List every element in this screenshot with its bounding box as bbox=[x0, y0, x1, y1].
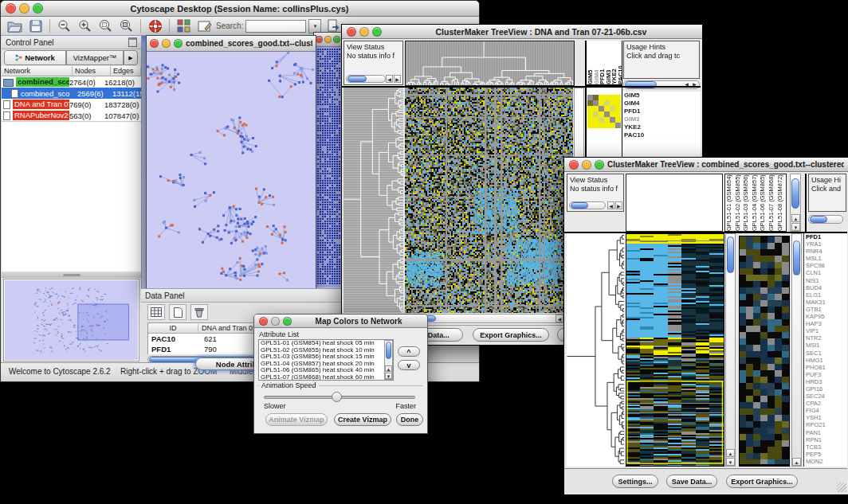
overview-canvas[interactable] bbox=[5, 280, 138, 360]
scroll-up-arrow[interactable]: ▲ bbox=[385, 365, 392, 372]
scro ll-left-arrow[interactable]: ◀ bbox=[556, 315, 563, 322]
zoom-fit-button[interactable] bbox=[117, 18, 135, 34]
tab-vizmapper[interactable]: VizMapper™ bbox=[66, 50, 124, 65]
export-graphics-button[interactable]: Export Graphics... bbox=[726, 475, 798, 488]
tv1-heatmap-canvas[interactable] bbox=[405, 88, 573, 313]
scroll-left-arrow[interactable]: ◀ bbox=[386, 75, 393, 83]
gene-label[interactable]: PFD1 bbox=[622, 107, 701, 115]
gene-label[interactable]: PUF3 bbox=[804, 371, 847, 378]
network-window-titlebar[interactable]: combined_scores_good.txt--cluste... bbox=[147, 36, 316, 52]
gene-label[interactable]: YRA1 bbox=[804, 240, 847, 248]
gene-label[interactable]: NTR2 bbox=[804, 334, 847, 342]
gene-label[interactable]: MON2 bbox=[804, 458, 847, 465]
settings-button[interactable]: Settings... bbox=[612, 475, 658, 488]
tv2-small-heatmap-canvas[interactable] bbox=[740, 236, 789, 464]
scroll-down-arrow[interactable]: ▼ bbox=[726, 458, 735, 466]
zoom-button[interactable] bbox=[283, 317, 292, 326]
tv1-top-dendrogram-canvas[interactable] bbox=[406, 41, 574, 85]
minimize-button[interactable] bbox=[324, 36, 332, 43]
gene-label[interactable]: PEP5 bbox=[804, 451, 847, 458]
scroll-left-arrow[interactable]: ◀ bbox=[607, 201, 614, 209]
dense-network-canvas[interactable] bbox=[314, 47, 341, 287]
close-button[interactable] bbox=[316, 36, 323, 43]
gene-label[interactable]: RNR4 bbox=[804, 248, 847, 255]
tv1-matrix-canvas[interactable] bbox=[587, 95, 621, 128]
tv1-status-scrollbar[interactable] bbox=[346, 75, 386, 83]
background-network-window[interactable] bbox=[313, 32, 344, 290]
search-input[interactable] bbox=[245, 20, 306, 33]
tv1-row-dendrogram[interactable] bbox=[344, 88, 403, 313]
resize-grip[interactable] bbox=[837, 483, 846, 492]
tv2-heatmap[interactable] bbox=[626, 233, 724, 467]
gene-label[interactable]: RPO21 bbox=[804, 421, 847, 428]
tv2-left-dendrogram-canvas[interactable] bbox=[567, 233, 624, 465]
table-row[interactable]: combined_scores 2764(0) 16218(0) bbox=[2, 76, 141, 88]
scroll-down-arrow[interactable]: ▼ bbox=[385, 373, 392, 379]
tab-overflow-button[interactable]: ▶ bbox=[124, 50, 138, 65]
tv2-column-dendrogram[interactable] bbox=[626, 174, 723, 232]
main-titlebar[interactable]: Cytoscape Desktop (Session Name: collins… bbox=[1, 1, 479, 17]
scroll-right-arrow[interactable]: ▶ bbox=[615, 201, 622, 209]
close-button[interactable] bbox=[569, 160, 579, 170]
gene-label[interactable]: SEC24 bbox=[804, 393, 847, 400]
annotation-button[interactable] bbox=[195, 18, 214, 34]
minimize-button[interactable] bbox=[359, 27, 369, 37]
open-session-button[interactable] bbox=[6, 18, 24, 34]
table-row-selected[interactable]: combined_sco 2569(6) 13112(15) bbox=[2, 88, 141, 99]
gene-label[interactable]: PFD1 bbox=[804, 233, 847, 240]
scroll-thumb[interactable] bbox=[347, 76, 367, 82]
tv2-row-dendrogram[interactable] bbox=[567, 233, 624, 467]
table-row[interactable]: DNA and Tran 07 769(0) 183728(0) bbox=[2, 99, 141, 110]
tv2-gene-scrollbar[interactable]: ▲ bbox=[791, 233, 802, 467]
gene-label[interactable]: GIM4 bbox=[622, 100, 701, 107]
tv1-column-dendrogram[interactable] bbox=[405, 41, 575, 86]
attribute-list-scrollbar[interactable]: ▲ ▼ bbox=[384, 340, 393, 380]
scroll-thumb[interactable] bbox=[791, 178, 799, 209]
move-down-button[interactable]: v bbox=[398, 360, 420, 370]
network-table-header[interactable]: Network Nodes Edges bbox=[2, 66, 141, 76]
gene-label[interactable]: MAK31 bbox=[804, 299, 847, 306]
gene-label[interactable]: BUD4 bbox=[804, 284, 847, 291]
gene-label[interactable]: VIP1 bbox=[804, 327, 847, 334]
close-button[interactable] bbox=[259, 317, 268, 326]
tv2-labels-scrollbar[interactable]: ▲ ▼ bbox=[790, 174, 801, 232]
scroll-thumb[interactable] bbox=[810, 216, 827, 223]
scroll-up-arrow[interactable]: ▲ bbox=[726, 449, 735, 457]
minimize-button[interactable] bbox=[271, 317, 280, 326]
gene-label[interactable]: MSL1 bbox=[804, 255, 847, 262]
tv2-vscrollbar[interactable]: ▲ ▼ bbox=[725, 233, 736, 467]
treeview1-titlebar[interactable]: ClusterMaker TreeView : DNA and Tran 07-… bbox=[342, 25, 702, 39]
table-row[interactable]: RNAPuberNov2+ 563(0) 107847(0) bbox=[2, 110, 141, 121]
scroll-thumb[interactable] bbox=[727, 236, 734, 273]
tv2-status-scrollbar[interactable] bbox=[569, 201, 606, 209]
network-canvas[interactable] bbox=[147, 52, 314, 287]
speed-slider-thumb[interactable] bbox=[332, 392, 342, 402]
zoom-button[interactable] bbox=[372, 27, 382, 37]
zoom-in-button[interactable] bbox=[76, 18, 94, 34]
zoom-button[interactable] bbox=[333, 36, 340, 43]
gene-label[interactable]: HRD3 bbox=[804, 378, 847, 385]
minimize-button[interactable] bbox=[582, 160, 591, 170]
background-window-titlebar[interactable] bbox=[314, 33, 343, 47]
scroll-up-arrow[interactable]: ▲ bbox=[791, 214, 800, 222]
minimize-button[interactable] bbox=[162, 39, 171, 48]
scroll-thumb[interactable] bbox=[386, 342, 391, 359]
gene-label[interactable]: GIM3 bbox=[622, 115, 701, 123]
scroll-down-arrow[interactable]: ▼ bbox=[791, 223, 800, 231]
zoom-selected-button[interactable] bbox=[96, 18, 115, 34]
delete-attribute-button[interactable] bbox=[190, 304, 208, 320]
save-data-button[interactable]: Save Data... bbox=[666, 475, 717, 488]
gene-label[interactable]: ELG1 bbox=[804, 291, 847, 299]
gene-label[interactable]: FIG4 bbox=[804, 407, 847, 414]
new-attribute-button[interactable] bbox=[169, 304, 186, 320]
network-overview[interactable] bbox=[3, 279, 139, 361]
attr-col-id[interactable]: ID bbox=[148, 324, 198, 332]
scroll-thumb[interactable] bbox=[793, 240, 800, 275]
save-session-button[interactable] bbox=[26, 18, 45, 34]
tv2-heatmap-canvas[interactable] bbox=[626, 234, 724, 466]
gene-label[interactable]: GIM5 bbox=[622, 92, 701, 100]
attribute-item[interactable]: GPL51-07 (GSM868) heat shock 60 min bbox=[259, 374, 393, 381]
gene-label[interactable]: GTB1 bbox=[804, 306, 847, 313]
move-up-button[interactable]: ^ bbox=[398, 346, 420, 357]
attribute-list[interactable]: GPL51-01 (GSM854) heat shock 05 minGPL51… bbox=[258, 339, 394, 381]
